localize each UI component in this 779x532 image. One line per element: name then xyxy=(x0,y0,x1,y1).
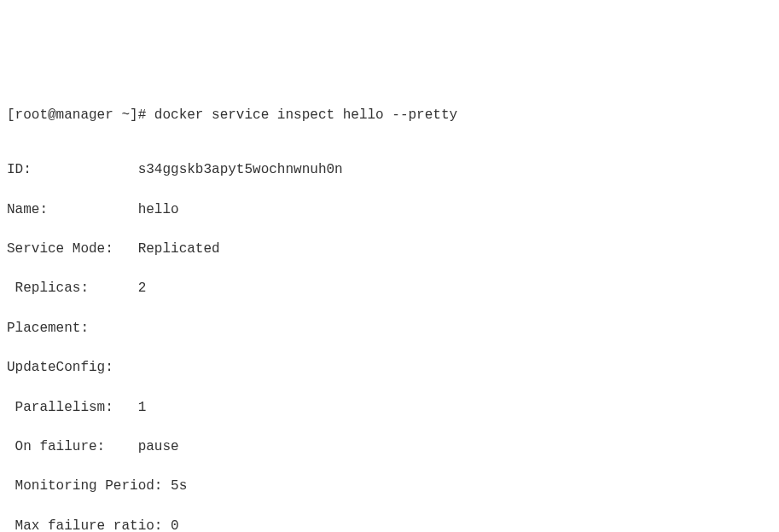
id-label: ID: xyxy=(7,162,32,177)
placement-label: Placement: xyxy=(7,321,89,336)
prompt-line[interactable]: [root@manager ~]# docker service inspect… xyxy=(7,106,772,125)
service-mode-label: Service Mode: xyxy=(7,241,113,257)
replicas-label: Replicas: xyxy=(7,280,89,296)
uc-maxfail-value: 0 xyxy=(171,518,179,532)
name-line: Name: hello xyxy=(7,200,772,220)
uc-parallelism-value: 1 xyxy=(138,400,147,415)
name-label: Name: xyxy=(7,202,48,217)
replicas-value: 2 xyxy=(138,280,147,296)
terminal-output: [root@manager ~]# docker service inspect… xyxy=(7,86,772,532)
id-value: s34ggskb3apyt5wochnwnuh0n xyxy=(138,162,343,177)
update-config-label: UpdateConfig: xyxy=(7,360,113,375)
prompt-user-host: [root@manager ~]# xyxy=(7,107,146,123)
id-line: ID: s34ggskb3apyt5wochnwnuh0n xyxy=(7,160,772,180)
uc-monitoring-value: 5s xyxy=(171,478,187,494)
replicas-line: Replicas: 2 xyxy=(7,279,772,298)
placement-line: Placement: xyxy=(7,319,772,338)
service-mode-value: Replicated xyxy=(138,241,220,257)
name-value: hello xyxy=(138,202,179,217)
uc-parallelism-label: Parallelism: xyxy=(7,400,113,415)
uc-onfailure-line: On failure: pause xyxy=(7,437,772,457)
update-config-line: UpdateConfig: xyxy=(7,358,772,378)
command-text: docker service inspect hello --pretty xyxy=(154,107,457,123)
uc-onfailure-label: On failure: xyxy=(7,439,105,454)
uc-maxfail-label: Max failure ratio: xyxy=(7,518,162,532)
service-mode-line: Service Mode: Replicated xyxy=(7,240,772,259)
uc-maxfail-line: Max failure ratio: 0 xyxy=(7,517,772,532)
uc-parallelism-line: Parallelism: 1 xyxy=(7,398,772,418)
uc-monitoring-line: Monitoring Period: 5s xyxy=(7,477,772,496)
uc-onfailure-value: pause xyxy=(138,439,179,454)
uc-monitoring-label: Monitoring Period: xyxy=(7,478,162,494)
